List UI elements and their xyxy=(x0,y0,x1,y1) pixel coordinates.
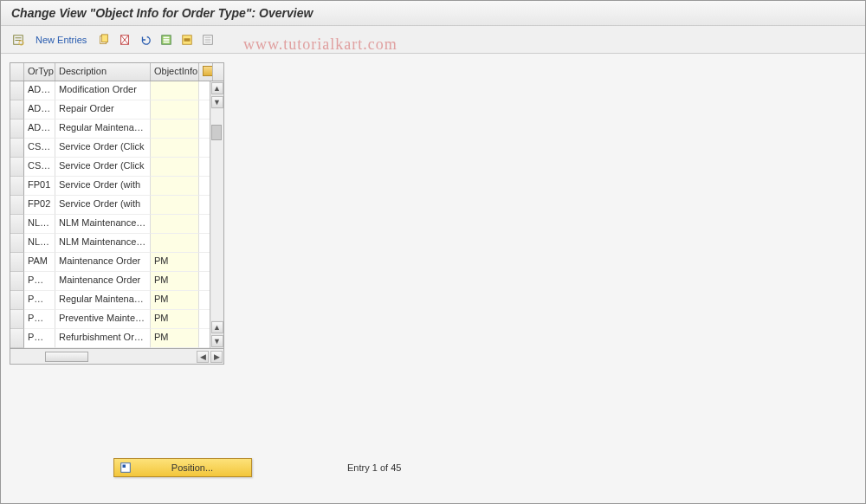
table-row[interactable]: PAM Maintenance Order PM xyxy=(10,253,223,272)
cell-objectinfo[interactable] xyxy=(151,81,199,100)
select-block-icon[interactable] xyxy=(178,31,196,48)
row-marker[interactable] xyxy=(10,158,24,177)
row-marker[interactable] xyxy=(10,234,24,253)
table-row[interactable]: PM01 Maintenance Order PM xyxy=(10,272,223,291)
toolbar: New Entries xyxy=(1,26,865,54)
new-entries-button[interactable]: New Entries xyxy=(30,33,92,47)
cell-objectinfo[interactable] xyxy=(151,158,199,177)
cell-description: Service Order (with xyxy=(55,196,151,215)
scroll-left-icon[interactable]: ◀ xyxy=(197,351,209,363)
col-header-ortyp[interactable]: OrTyp xyxy=(24,63,55,81)
row-marker[interactable] xyxy=(10,272,24,291)
cell-ortyp: PM04 xyxy=(24,329,55,348)
cell-objectinfo[interactable] xyxy=(151,120,199,139)
cell-objectinfo[interactable]: PM xyxy=(151,253,199,272)
cell-objectinfo[interactable]: PM xyxy=(151,310,199,329)
position-label: Position... xyxy=(139,462,246,473)
scroll-up-step-icon[interactable]: ▲ xyxy=(211,321,223,333)
col-header-description[interactable]: Description xyxy=(55,63,151,81)
cell-ortyp: CS01 xyxy=(24,139,55,158)
table-row[interactable]: NLM8 NLM Maintenance … xyxy=(10,234,223,253)
select-all-icon[interactable] xyxy=(158,31,175,48)
cell-objectinfo[interactable]: PM xyxy=(151,329,199,348)
svg-rect-20 xyxy=(123,465,126,468)
table-row[interactable]: CS01 Service Order (Click xyxy=(10,139,223,158)
entry-counter: Entry 1 of 45 xyxy=(347,462,401,473)
cell-objectinfo[interactable] xyxy=(151,139,199,158)
copy-as-icon[interactable] xyxy=(95,31,113,48)
cell-ortyp: NLM8 xyxy=(24,234,55,253)
deselect-all-icon[interactable] xyxy=(199,31,216,48)
svg-rect-14 xyxy=(184,38,191,42)
cell-description: Service Order (with xyxy=(55,177,151,196)
cell-description: Preventive Mainte… xyxy=(55,310,151,329)
row-marker[interactable] xyxy=(10,291,24,310)
cell-description: Service Order (Click xyxy=(55,139,151,158)
cell-objectinfo[interactable] xyxy=(151,177,199,196)
details-icon[interactable] xyxy=(10,31,27,48)
cell-description: Repair Order xyxy=(55,100,151,120)
row-marker[interactable] xyxy=(10,81,24,100)
row-marker[interactable] xyxy=(10,139,24,158)
cell-ortyp: FP01 xyxy=(24,177,55,196)
cell-description: Maintenance Order xyxy=(55,272,151,291)
scroll-down-step-icon[interactable]: ▼ xyxy=(211,96,223,108)
cell-description: Modification Order xyxy=(55,81,151,100)
position-icon xyxy=(120,462,132,474)
table-row[interactable]: AD02 Repair Order xyxy=(10,100,223,120)
row-marker[interactable] xyxy=(10,215,24,234)
row-marker[interactable] xyxy=(10,100,24,120)
col-header-objectinfo[interactable]: ObjectInfo xyxy=(151,63,199,81)
table-row[interactable]: PM04 Refurbishment Ord… PM xyxy=(10,329,223,348)
row-marker-header[interactable] xyxy=(10,63,24,81)
hscroll-thumb[interactable] xyxy=(45,352,88,362)
table-row[interactable]: PM03 Preventive Mainte… PM xyxy=(10,310,223,329)
vertical-scrollbar[interactable]: ▲ ▼ ▲ ▼ xyxy=(210,81,223,348)
svg-rect-12 xyxy=(164,41,170,42)
horizontal-scrollbar[interactable]: ◀ ▶ xyxy=(10,348,223,364)
position-button[interactable]: Position... xyxy=(113,458,252,477)
grid-settings-icon[interactable] xyxy=(199,63,213,81)
cell-objectinfo[interactable] xyxy=(151,234,199,253)
table-row[interactable]: PM02 Regular Maintenan… PM xyxy=(10,291,223,310)
cell-objectinfo[interactable] xyxy=(151,100,199,120)
undo-icon[interactable] xyxy=(137,31,154,48)
cell-ortyp: NLM2 xyxy=(24,215,55,234)
svg-rect-5 xyxy=(102,34,108,42)
cell-ortyp: AD01 xyxy=(24,81,55,100)
scroll-up-icon[interactable]: ▲ xyxy=(211,82,223,94)
scroll-track[interactable] xyxy=(211,109,223,320)
table-row[interactable]: AD03 Regular Maintenan… xyxy=(10,120,223,139)
row-marker[interactable] xyxy=(10,329,24,348)
cell-description: Regular Maintenan… xyxy=(55,120,151,139)
cell-description: Service Order (Click xyxy=(55,158,151,177)
cell-ortyp: PAM xyxy=(24,253,55,272)
scroll-thumb[interactable] xyxy=(211,125,222,140)
row-marker[interactable] xyxy=(10,196,24,215)
table-row[interactable]: CS02 Service Order (Click xyxy=(10,158,223,177)
cell-objectinfo[interactable] xyxy=(151,196,199,215)
table-row[interactable]: FP01 Service Order (with xyxy=(10,177,223,196)
cell-objectinfo[interactable]: PM xyxy=(151,291,199,310)
row-marker[interactable] xyxy=(10,177,24,196)
row-marker[interactable] xyxy=(10,310,24,329)
row-marker[interactable] xyxy=(10,120,24,139)
scroll-right-icon[interactable]: ▶ xyxy=(210,351,223,363)
cell-ortyp: PM03 xyxy=(24,310,55,329)
cell-ortyp: AD02 xyxy=(24,100,55,120)
scroll-down-icon[interactable]: ▼ xyxy=(211,335,223,347)
table-row[interactable]: NLM2 NLM Maintenance … xyxy=(10,215,223,234)
svg-rect-11 xyxy=(164,39,170,41)
table-row[interactable]: AD01 Modification Order xyxy=(10,81,223,100)
cell-objectinfo[interactable]: PM xyxy=(151,272,199,291)
row-marker[interactable] xyxy=(10,253,24,272)
svg-rect-16 xyxy=(205,36,211,38)
cell-ortyp: AD03 xyxy=(24,120,55,139)
svg-rect-17 xyxy=(205,39,211,41)
cell-description: Regular Maintenan… xyxy=(55,291,151,310)
table-row[interactable]: FP02 Service Order (with xyxy=(10,196,223,215)
delete-icon[interactable] xyxy=(116,31,133,48)
cell-objectinfo[interactable] xyxy=(151,215,199,234)
footer: Position... Entry 1 of 45 xyxy=(1,458,865,477)
cell-ortyp: PM02 xyxy=(24,291,55,310)
